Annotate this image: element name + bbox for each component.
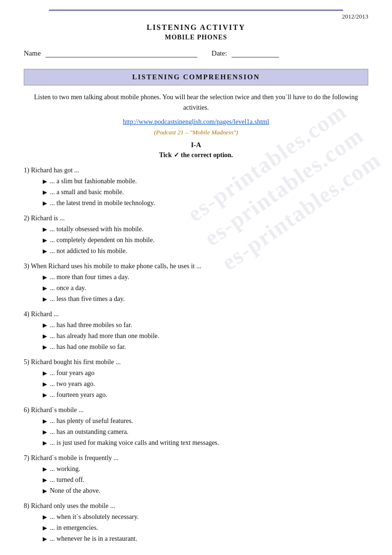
option-item: ▶... once a day.	[43, 283, 368, 293]
arrow-icon: ▶	[43, 465, 47, 473]
arrow-icon: ▶	[43, 380, 47, 388]
arrow-icon: ▶	[43, 199, 47, 207]
arrow-icon: ▶	[43, 188, 47, 197]
option-text: ... working.	[50, 464, 80, 474]
arrow-icon: ▶	[43, 236, 47, 245]
option-text: ... a small and basic mobile.	[50, 187, 124, 197]
option-item: ▶... is just used for making voice calls…	[43, 438, 368, 448]
options-list: ▶... has plenty of useful features.▶... …	[24, 416, 368, 448]
name-label: Name	[24, 49, 41, 57]
option-item: ▶... completely dependent on his mobile.	[43, 235, 368, 245]
name-input-line	[46, 49, 197, 57]
option-item: ▶... has had three mobiles so far.	[43, 320, 368, 330]
date-input-line	[232, 49, 279, 57]
option-text: ... when it`s absolutely necessary.	[50, 512, 139, 522]
arrow-icon: ▶	[43, 439, 47, 447]
options-list: ▶... working.▶... turned off.▶None of th…	[24, 464, 368, 496]
section-id: I-A	[24, 141, 368, 149]
arrow-icon: ▶	[43, 524, 47, 532]
option-item: ▶... has had one mobile so far.	[43, 342, 368, 352]
question-item: 5) Richard bought his first mobile ...▶.…	[24, 358, 368, 400]
option-item: ▶... four years ago	[43, 368, 368, 378]
option-text: ... the latest trend in mobile technolog…	[50, 198, 155, 208]
question-item: 2) Richard is ...▶... totally obsessed w…	[24, 215, 368, 256]
arrow-icon: ▶	[43, 391, 47, 399]
option-item: ▶None of the above.	[43, 486, 368, 496]
date-label: Date:	[212, 49, 227, 57]
questions-list: 1) Richard has got ...▶... a slim but fa…	[24, 167, 368, 544]
year-text: 2012/2013	[342, 13, 368, 20]
option-text: ... has plenty of useful features.	[50, 416, 133, 426]
option-text: ... totally obsessed with his mobile.	[50, 224, 143, 234]
option-item: ▶... has already had more than one mobil…	[43, 331, 368, 341]
url-link[interactable]: http://www.podcastsinenglish.com/pages/l…	[24, 118, 368, 126]
section-header: LISTENING COMPREHENSION	[24, 69, 368, 85]
option-item: ▶... a small and basic mobile.	[43, 187, 368, 197]
options-list: ▶... more than four times a day.▶... onc…	[24, 272, 368, 304]
option-item: ▶... the latest trend in mobile technolo…	[43, 198, 368, 208]
option-text: ... completely dependent on his mobile.	[50, 235, 154, 245]
option-text: ... has had one mobile so far.	[50, 342, 126, 352]
arrow-icon: ▶	[43, 177, 47, 186]
top-bar	[49, 9, 343, 11]
option-item: ▶... two years ago.	[43, 379, 368, 389]
option-text: ... more than four times a day.	[50, 272, 129, 282]
year-display: 2012/2013	[24, 13, 368, 20]
options-list: ▶... four years ago▶... two years ago.▶.…	[24, 368, 368, 400]
arrow-icon: ▶	[43, 273, 47, 282]
option-item: ▶... fourteen years ago.	[43, 390, 368, 400]
question-item: 4) Richard ...▶... has had three mobiles…	[24, 310, 368, 352]
option-text: ... fourteen years ago.	[50, 390, 107, 400]
arrow-icon: ▶	[43, 428, 47, 436]
options-list: ▶... when it`s absolutely necessary.▶...…	[24, 512, 368, 544]
main-title: LISTENING ACTIVITY	[24, 23, 368, 32]
arrow-icon: ▶	[43, 321, 47, 329]
option-item: ▶... working.	[43, 464, 368, 474]
option-item: ▶... more than four times a day.	[43, 272, 368, 282]
arrow-icon: ▶	[43, 295, 47, 303]
question-item: 7) Richard`s mobile is frequently ...▶..…	[24, 454, 368, 496]
podcast-note: (Podcast 21 – "Mobile Madness")	[24, 129, 368, 136]
option-text: ... two years ago.	[50, 379, 95, 389]
option-text: ... has had three mobiles so far.	[50, 320, 132, 330]
option-text: ... a slim but fashionable mobile.	[50, 176, 137, 186]
arrow-icon: ▶	[43, 284, 47, 292]
option-item: ▶... when it`s absolutely necessary.	[43, 512, 368, 522]
option-item: ▶... has plenty of useful features.	[43, 416, 368, 426]
question-item: 6) Richard`s mobile ...▶... has plenty o…	[24, 406, 368, 448]
arrow-icon: ▶	[43, 476, 47, 484]
arrow-icon: ▶	[43, 369, 47, 377]
option-text: ... in emergencies.	[50, 523, 98, 533]
option-item: ▶... has an outstanding camera.	[43, 427, 368, 437]
option-item: ▶... less than five times a day.	[43, 294, 368, 304]
url-text: http://www.podcastsinenglish.com/pages/l…	[123, 118, 269, 125]
arrow-icon: ▶	[43, 417, 47, 425]
option-item: ▶... in emergencies.	[43, 523, 368, 533]
option-text: ... not addicted to his mobile.	[50, 246, 127, 256]
option-text: None of the above.	[50, 486, 101, 496]
option-item: ▶... not addicted to his mobile.	[43, 246, 368, 256]
sub-title: MOBILE PHONES	[24, 34, 368, 41]
question-text: 7) Richard`s mobile is frequently ...	[24, 454, 368, 462]
question-text: 6) Richard`s mobile ...	[24, 406, 368, 414]
question-item: 3) When Richard uses his mobile to make …	[24, 263, 368, 304]
intro-text: Listen to two men talking about mobile p…	[24, 92, 368, 113]
option-text: ... once a day.	[50, 283, 86, 293]
option-text: ... whenever he is in a restaurant.	[50, 534, 137, 544]
option-text: ... turned off.	[50, 475, 84, 485]
option-text: ... has an outstanding camera.	[50, 427, 129, 437]
arrow-icon: ▶	[43, 343, 47, 351]
question-text: 2) Richard is ...	[24, 215, 368, 222]
question-text: 4) Richard ...	[24, 310, 368, 318]
arrow-icon: ▶	[43, 225, 47, 234]
option-text: ... has already had more than one mobile…	[50, 331, 159, 341]
options-list: ▶... has had three mobiles so far.▶... h…	[24, 320, 368, 352]
option-item: ▶... whenever he is in a restaurant.	[43, 534, 368, 544]
question-item: 8) Richard only uses the mobile ...▶... …	[24, 502, 368, 544]
question-text: 3) When Richard uses his mobile to make …	[24, 263, 368, 270]
option-item: ▶... totally obsessed with his mobile.	[43, 224, 368, 234]
arrow-icon: ▶	[43, 513, 47, 521]
option-text: ... four years ago	[50, 368, 94, 378]
arrow-icon: ▶	[43, 487, 47, 495]
arrow-icon: ▶	[43, 332, 47, 340]
